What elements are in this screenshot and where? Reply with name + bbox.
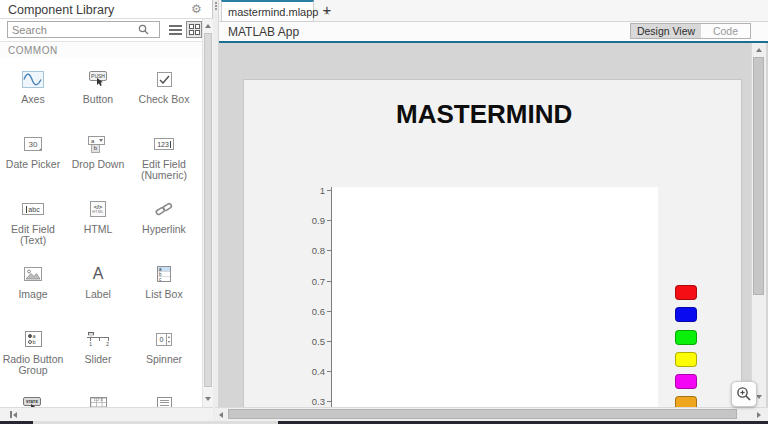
y-tick-mark bbox=[327, 401, 331, 402]
component-label: Edit Field (Numeric) bbox=[132, 159, 196, 181]
new-tab-button[interactable]: + bbox=[319, 2, 335, 18]
list-view-icon[interactable] bbox=[169, 25, 182, 35]
code-view-button[interactable]: Code View bbox=[701, 23, 751, 39]
zoom-in-icon bbox=[736, 386, 752, 402]
breadcrumb: MATLAB App bbox=[228, 25, 299, 39]
tab-mastermind[interactable]: mastermind.mlapp × bbox=[221, 0, 314, 22]
component-html[interactable]: </> HTML HTML bbox=[66, 188, 130, 253]
scroll-up-icon[interactable] bbox=[756, 48, 762, 52]
y-tick-mark bbox=[327, 311, 331, 312]
color-button-red[interactable] bbox=[675, 285, 697, 300]
section-label: COMMON bbox=[8, 45, 58, 56]
component-label: Axes bbox=[1, 94, 65, 105]
radiogroup-icon: a b bbox=[25, 331, 42, 347]
panel-scroll-thumb[interactable] bbox=[204, 33, 212, 387]
component-label: Button bbox=[66, 94, 130, 105]
uiaxes-plot-area[interactable] bbox=[331, 187, 658, 407]
label-icon: A bbox=[93, 266, 104, 282]
component-label: HTML bbox=[66, 224, 130, 235]
panel-header: Component Library ⚙ bbox=[0, 0, 213, 19]
scroll-up-icon[interactable] bbox=[205, 24, 211, 28]
grid-view-icon[interactable] bbox=[186, 21, 202, 38]
y-tick-label: 1 bbox=[303, 185, 325, 196]
component-image[interactable]: Image bbox=[0, 253, 66, 318]
design-vscroll-thumb[interactable] bbox=[753, 57, 764, 295]
scroll-left-icon[interactable] bbox=[219, 412, 223, 418]
y-tick-mark bbox=[327, 341, 331, 342]
axes-icon bbox=[22, 71, 44, 88]
component-label[interactable]: A Label bbox=[66, 253, 130, 318]
image-icon bbox=[24, 267, 42, 281]
component-label: Image bbox=[1, 289, 65, 300]
component-button[interactable]: PUSH Button bbox=[66, 58, 130, 123]
component-spinner[interactable]: 0 Spinner bbox=[130, 318, 198, 383]
splitter-handle-icon bbox=[215, 2, 217, 11]
spinner-icon: 0 bbox=[156, 333, 172, 346]
gear-icon[interactable]: ⚙ bbox=[191, 2, 202, 16]
component-table[interactable]: 1 2 3 bbox=[66, 383, 130, 407]
component-radiobuttongroup[interactable]: a b Radio Button Group bbox=[0, 318, 66, 383]
component-label: Spinner bbox=[132, 354, 196, 365]
component-label: Drop Down bbox=[66, 159, 130, 170]
y-tick-mark bbox=[327, 250, 331, 251]
editfield-numeric-icon: 123 bbox=[154, 138, 174, 150]
component-hyperlink[interactable]: Hyperlink bbox=[130, 188, 198, 253]
scroll-down-icon[interactable] bbox=[205, 397, 211, 401]
color-button-yellow[interactable] bbox=[675, 352, 697, 367]
hyperlink-icon bbox=[155, 197, 173, 221]
y-tick-mark bbox=[327, 220, 331, 221]
y-tick-mark bbox=[327, 190, 331, 191]
statebutton-icon: STATE bbox=[23, 397, 43, 408]
tab-title: mastermind.mlapp bbox=[228, 6, 318, 18]
y-tick-mark bbox=[327, 371, 331, 372]
component-label: Check Box bbox=[132, 94, 196, 105]
section-common: COMMON bbox=[0, 41, 202, 58]
panel-title: Component Library bbox=[8, 3, 114, 17]
cursor-icon bbox=[96, 78, 104, 87]
y-tick-label: 0.7 bbox=[303, 276, 325, 287]
scroll-left-edge-icon[interactable] bbox=[10, 411, 17, 418]
checkbox-icon bbox=[157, 72, 172, 87]
button-icon: PUSH bbox=[87, 71, 109, 87]
design-hscroll-thumb[interactable] bbox=[228, 409, 737, 419]
datepicker-icon: 30 bbox=[24, 137, 42, 151]
textarea-icon bbox=[157, 397, 172, 408]
y-tick-label: 0.6 bbox=[303, 306, 325, 317]
y-tick-mark bbox=[327, 281, 331, 282]
component-listbox[interactable]: a b c List Box bbox=[130, 253, 198, 318]
html-icon: </> HTML bbox=[90, 201, 106, 217]
zoom-button[interactable] bbox=[731, 381, 757, 407]
component-textarea[interactable] bbox=[130, 383, 198, 407]
component-editfield-numeric[interactable]: 123 Edit Field (Numeric) bbox=[130, 123, 198, 188]
component-checkbox[interactable]: Check Box bbox=[130, 58, 198, 123]
color-button-blue[interactable] bbox=[675, 307, 697, 322]
app-title-label[interactable]: MASTERMIND bbox=[396, 99, 568, 130]
component-editfield-text[interactable]: abc Edit Field (Text) bbox=[0, 188, 66, 253]
design-view-button[interactable]: Design View bbox=[630, 23, 702, 39]
component-library-panel: Component Library ⚙ COMMON bbox=[0, 0, 213, 424]
component-label: List Box bbox=[132, 289, 196, 300]
editfield-text-icon: abc bbox=[22, 203, 44, 215]
slider-icon: 1 2 bbox=[85, 331, 111, 348]
color-button-magenta[interactable] bbox=[675, 374, 697, 389]
search-icon bbox=[138, 24, 149, 35]
panel-horizontal-scrollbar[interactable] bbox=[0, 407, 213, 421]
component-slider[interactable]: 1 2 Slider bbox=[66, 318, 130, 383]
search-input[interactable] bbox=[8, 23, 138, 36]
component-datepicker[interactable]: 30 Date Picker bbox=[0, 123, 66, 188]
component-label: Slider bbox=[66, 354, 130, 365]
component-axes[interactable]: Axes bbox=[0, 58, 66, 123]
component-grid: Axes PUSH Button Check Box bbox=[0, 58, 202, 407]
component-label: Radio Button Group bbox=[1, 354, 65, 376]
component-label: Hyperlink bbox=[132, 224, 196, 235]
y-tick-label: 0.3 bbox=[303, 396, 325, 407]
component-label: Label bbox=[66, 289, 130, 300]
color-button-green[interactable] bbox=[675, 330, 697, 345]
listbox-icon: a b c bbox=[157, 266, 171, 282]
scroll-right-icon[interactable] bbox=[757, 412, 761, 418]
component-dropdown[interactable]: a b Drop Down bbox=[66, 123, 130, 188]
component-statebutton[interactable]: STATE bbox=[0, 383, 66, 407]
dropdown-icon: a b bbox=[88, 136, 108, 153]
component-label: Date Picker bbox=[1, 159, 65, 170]
component-search[interactable] bbox=[7, 21, 160, 38]
